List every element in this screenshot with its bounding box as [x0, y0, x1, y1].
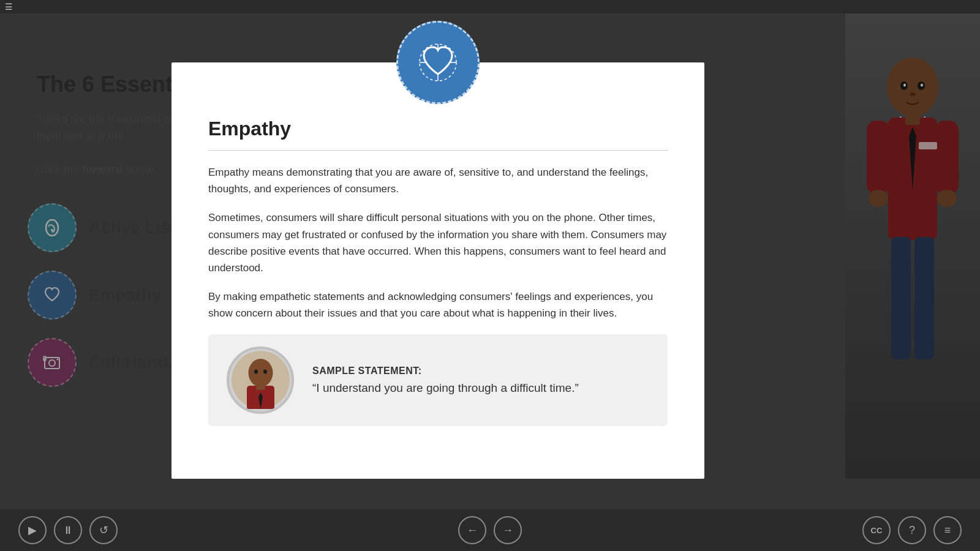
bottom-center-controls: ← → [458, 516, 522, 544]
main-area: The 6 Essential Call Skills These are th… [0, 13, 980, 523]
back-button[interactable]: ← [458, 516, 486, 544]
menu-button[interactable]: ≡ [933, 516, 962, 544]
empathy-modal-icon [396, 21, 480, 104]
modal-title: Empathy [208, 118, 668, 140]
forward-button[interactable]: → [494, 516, 522, 544]
cc-button[interactable]: CC [862, 516, 891, 544]
menu-icon[interactable]: ☰ [5, 2, 13, 12]
help-button[interactable]: ? [898, 516, 926, 544]
back-icon: ← [467, 524, 478, 537]
pause-icon: ⏸ [62, 524, 74, 537]
top-menu-bar: ☰ [0, 0, 980, 13]
modal-paragraph-2: Sometimes, consumers will share difficul… [208, 209, 668, 276]
bottom-right-controls: CC ? ≡ [862, 516, 962, 544]
bottom-left-controls: ▶ ⏸ ↺ [18, 516, 118, 544]
modal-paragraph-1: Empathy means demonstrating that you are… [208, 164, 668, 197]
svg-point-30 [263, 370, 267, 374]
help-icon: ? [909, 524, 915, 537]
cc-icon: CC [871, 526, 883, 535]
modal-divider [208, 150, 668, 151]
svg-point-29 [254, 370, 258, 374]
replay-icon: ↺ [99, 523, 108, 537]
sample-avatar [227, 347, 294, 414]
pause-button[interactable]: ⏸ [54, 516, 82, 544]
sample-quote: “I understand you are going through a di… [312, 381, 649, 395]
modal-icon-container [396, 21, 480, 104]
modal-paragraph-3: By making empathetic statements and ackn… [208, 288, 668, 321]
modal-panel: Empathy Empathy means demonstrating that… [172, 62, 704, 479]
play-button[interactable]: ▶ [18, 516, 47, 544]
svg-rect-33 [256, 383, 265, 390]
bottom-control-bar: ▶ ⏸ ↺ ← → CC ? ≡ [0, 509, 980, 551]
sample-statement-box: SAMPLE STATEMENT: “I understand you are … [208, 334, 668, 426]
forward-icon: → [502, 524, 513, 537]
sample-text-block: SAMPLE STATEMENT: “I understand you are … [312, 365, 649, 395]
replay-button[interactable]: ↺ [89, 516, 118, 544]
menu-icon-bottom: ≡ [944, 524, 951, 537]
sample-label: SAMPLE STATEMENT: [312, 365, 649, 377]
play-icon: ▶ [28, 523, 37, 537]
